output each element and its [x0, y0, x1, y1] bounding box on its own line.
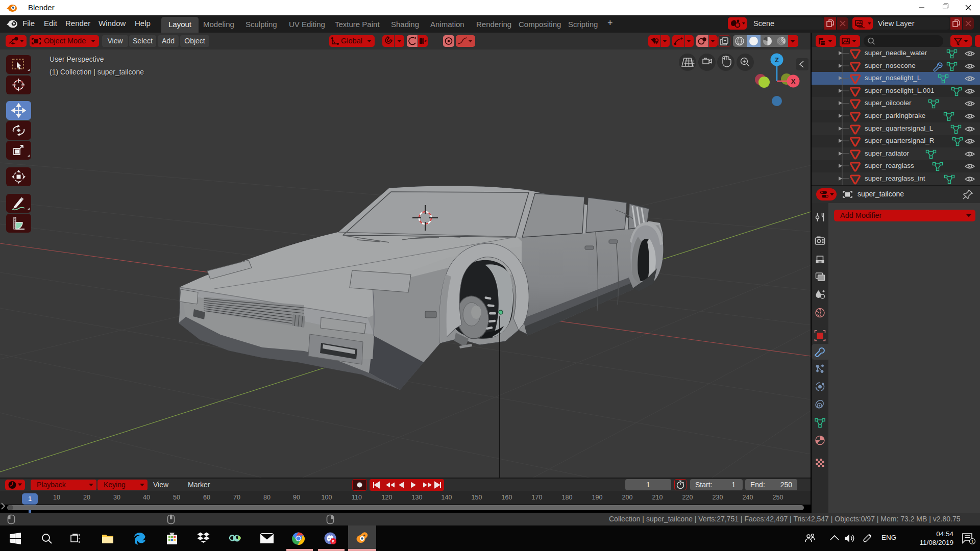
svg-text:1: 1 [971, 539, 973, 544]
svg-text:5: 5 [332, 539, 334, 544]
svg-text:X: X [791, 78, 796, 85]
svg-text:Z: Z [775, 56, 779, 64]
